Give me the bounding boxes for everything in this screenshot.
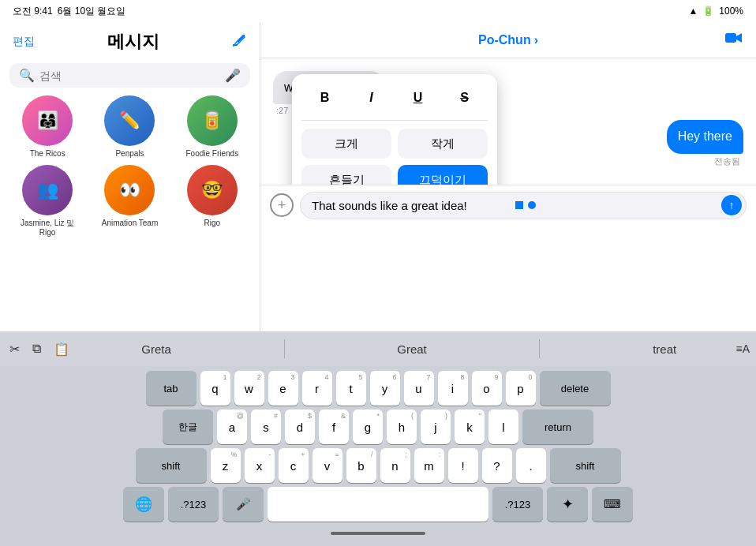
key-b[interactable]: /b — [346, 448, 376, 483]
key-a[interactable]: @a — [217, 410, 247, 444]
suggestion-item-2[interactable]: treat — [646, 339, 683, 359]
copy-button[interactable]: ⧉ — [29, 338, 44, 360]
format-effect-nod[interactable]: 끄덕이기 — [398, 165, 488, 185]
suggestions-list: GretaGreattreat — [82, 339, 735, 359]
format-popup: B I U S 크게작게흔들기끄덕이기폭발물결파도타기떨림 — [292, 74, 497, 185]
svg-rect-0 — [233, 44, 238, 46]
chat-header: Po-Chun › — [260, 22, 756, 58]
suggestion-item-1[interactable]: Great — [391, 339, 433, 359]
compose-button[interactable] — [231, 32, 247, 52]
key-j[interactable]: )j — [421, 410, 451, 444]
svg-rect-1 — [725, 33, 736, 43]
key-f[interactable]: &f — [319, 410, 349, 444]
status-bar: 오전 9:41 6월 10일 월요일 ▲ 🔋 100% — [0, 0, 756, 22]
key-i[interactable]: 8i — [438, 371, 468, 406]
key-c[interactable]: +c — [279, 448, 309, 483]
status-time: 오전 9:41 — [13, 5, 53, 18]
key-n[interactable]: ;n — [380, 448, 410, 483]
return-key[interactable]: return — [522, 410, 593, 444]
key-h[interactable]: (h — [387, 410, 417, 444]
key-s[interactable]: #s — [251, 410, 281, 444]
keyboard-row-1: tab 1q 2w 3e 4r 5t 6y 7u 8i 9o 0p delete — [3, 371, 753, 406]
status-date: 6월 10일 월요일 — [58, 5, 126, 18]
shift-key[interactable]: shift — [136, 448, 207, 483]
globe-key[interactable]: 🌐 — [123, 487, 164, 522]
suggestion-divider — [284, 339, 285, 358]
format-style-row: B I U S — [301, 84, 488, 121]
paste-button[interactable]: 📋 — [51, 338, 73, 360]
keyboard-row-4: 🌐 .?123 🎤 .?123 ✦ ⌨ — [3, 487, 753, 522]
key-k[interactable]: "k — [455, 410, 485, 444]
key-excl[interactable]: ! — [448, 448, 478, 483]
key-quest[interactable]: ? — [482, 448, 512, 483]
space-key[interactable] — [268, 487, 488, 522]
num-key-left[interactable]: .?123 — [168, 487, 219, 522]
send-button[interactable]: ↑ — [721, 195, 742, 215]
message-input-row: + ↑ — [260, 185, 756, 226]
key-z[interactable]: %z — [211, 448, 241, 483]
key-q[interactable]: 1q — [200, 371, 230, 406]
bubble-time-sent: 전송됨 — [711, 155, 743, 167]
italic-button[interactable]: I — [357, 84, 386, 112]
strikethrough-button[interactable]: S — [451, 84, 479, 112]
delete-key[interactable]: delete — [540, 371, 611, 406]
key-e[interactable]: 3e — [268, 371, 298, 406]
search-input[interactable] — [39, 69, 220, 82]
font-size-button[interactable]: ≡A — [735, 342, 750, 355]
key-p[interactable]: 0p — [506, 371, 536, 406]
cut-button[interactable]: ✂ — [6, 338, 23, 360]
battery-label: 100% — [719, 6, 743, 17]
key-w[interactable]: 2w — [234, 371, 264, 406]
contact-name: Animation Team — [102, 219, 159, 228]
format-effect-shake[interactable]: 흔들기 — [301, 165, 391, 185]
bold-button[interactable]: B — [311, 84, 339, 112]
contact-item-5[interactable]: 👀Animation Team — [92, 165, 167, 237]
key-l[interactable]: l — [488, 410, 518, 444]
home-indicator — [331, 532, 425, 535]
contact-name: Rigo — [204, 219, 221, 228]
format-effects-grid: 크게작게흔들기끄덕이기폭발물결파도타기떨림 — [301, 129, 488, 185]
edit-button[interactable]: 편집 — [13, 35, 35, 49]
key-x[interactable]: -x — [245, 448, 275, 483]
suggestion-item-0[interactable]: Greta — [135, 339, 178, 359]
key-t[interactable]: 5t — [336, 371, 366, 406]
wifi-icon: ▲ — [688, 6, 698, 17]
contact-item-1[interactable]: 👨‍👩‍👧The Ricos — [9, 95, 85, 159]
chat-contact-name[interactable]: Po-Chun › — [478, 33, 538, 47]
underline-button[interactable]: U — [404, 84, 432, 112]
home-indicator-area — [3, 525, 753, 541]
add-button[interactable]: + — [270, 193, 294, 217]
contact-item-4[interactable]: 👥Jasmine, Liz 및 Rigo — [9, 165, 85, 237]
shift-key-right[interactable]: shift — [550, 448, 621, 483]
key-g[interactable]: *g — [353, 410, 383, 444]
key-period[interactable]: . — [516, 448, 546, 483]
video-call-button[interactable] — [724, 31, 743, 49]
contact-avatar: 🤓 — [187, 165, 238, 215]
contact-item-2[interactable]: ✏️Penpals — [92, 95, 167, 159]
search-bar[interactable]: 🔍 🎤 — [9, 63, 250, 88]
key-r[interactable]: 4r — [302, 371, 332, 406]
num-key-right[interactable]: .?123 — [492, 487, 543, 522]
key-o[interactable]: 9o — [472, 371, 502, 406]
key-v[interactable]: =v — [313, 448, 342, 483]
keyboard-row-2: 한글 @a #s $d &f *g (h )j "k l return — [3, 410, 753, 444]
chevron-right-icon: › — [534, 33, 538, 47]
contact-item-3[interactable]: 🥫Foodie Friends — [174, 95, 250, 159]
key-u[interactable]: 7u — [404, 371, 434, 406]
tab-key[interactable]: tab — [146, 371, 196, 406]
contact-name-label: Po-Chun — [478, 33, 531, 47]
search-icon: 🔍 — [19, 68, 35, 83]
hangul-key[interactable]: 한글 — [163, 410, 213, 444]
contact-name: Foodie Friends — [185, 149, 238, 159]
key-m[interactable]: :m — [414, 448, 444, 483]
contact-item-6[interactable]: 🤓Rigo — [174, 165, 250, 237]
key-y[interactable]: 6y — [370, 371, 400, 406]
key-d[interactable]: $d — [285, 410, 315, 444]
format-effect-small[interactable]: 작게 — [398, 129, 488, 159]
key-cursor[interactable]: ✦ — [547, 487, 588, 522]
format-effect-big[interactable]: 크게 — [301, 129, 391, 159]
mic-key[interactable]: 🎤 — [223, 487, 264, 522]
chat-body: B I U S 크게작게흔들기끄덕이기폭발물결파도타기떨림 w or Frida… — [260, 58, 756, 185]
keyboard-hide-key[interactable]: ⌨ — [592, 487, 633, 522]
message-input[interactable] — [300, 192, 747, 219]
